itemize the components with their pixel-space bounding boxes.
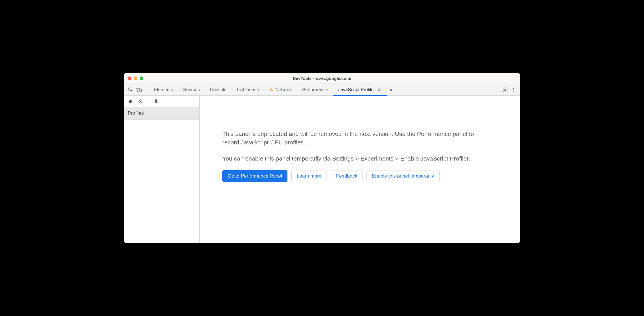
go-to-performance-button[interactable]: Go to Performance Panel: [222, 170, 287, 182]
inspect-element-icon[interactable]: [126, 86, 135, 94]
svg-rect-4: [271, 89, 272, 90]
trash-icon[interactable]: [153, 98, 159, 104]
window-fullscreen-icon[interactable]: [140, 76, 143, 80]
divider: [146, 87, 146, 93]
settings-gear-icon[interactable]: [501, 86, 509, 94]
kebab-menu-icon[interactable]: [509, 86, 518, 94]
tab-label: Console: [210, 87, 227, 92]
svg-point-7: [513, 88, 514, 89]
tab-label: Elements: [154, 87, 173, 92]
svg-rect-3: [140, 89, 141, 91]
tab-label: Performance: [302, 87, 328, 92]
tab-network[interactable]: Network: [264, 84, 297, 95]
divider: [148, 99, 148, 104]
svg-point-10: [129, 100, 132, 103]
traffic-lights: [128, 76, 143, 80]
tab-performance[interactable]: Performance: [297, 84, 333, 95]
sidebar-section-label: Profiles: [128, 110, 144, 116]
window-title: DevTools - www.google.com/: [293, 76, 351, 81]
button-row: Go to Performance Panel Learn more Feedb…: [222, 170, 498, 182]
main-area: Profiles This panel is deprecated and wi…: [124, 96, 520, 243]
svg-rect-1: [136, 88, 140, 91]
sidebar: Profiles: [124, 96, 200, 243]
devtools-window: DevTools - www.google.com/ Elements Sour…: [124, 73, 520, 243]
sidebar-section-profiles[interactable]: Profiles: [124, 107, 199, 120]
svg-rect-14: [154, 100, 158, 100]
svg-point-8: [513, 89, 514, 90]
feedback-button[interactable]: Feedback: [331, 170, 363, 182]
tab-elements[interactable]: Elements: [149, 84, 178, 95]
warning-icon: [269, 87, 274, 92]
tab-label: Lighthouse: [237, 87, 259, 92]
window-minimize-icon[interactable]: [134, 76, 137, 80]
sidebar-toolbar: [124, 96, 199, 107]
svg-line-12: [139, 100, 142, 103]
svg-point-9: [513, 91, 514, 91]
window-close-icon[interactable]: [128, 76, 131, 80]
notice-paragraph-2: You can enable this panel temporarily vi…: [222, 154, 477, 163]
svg-rect-15: [155, 99, 157, 100]
enable-temporarily-button[interactable]: Enable this panel temporarily: [366, 170, 439, 182]
svg-rect-5: [271, 90, 272, 91]
tab-sources[interactable]: Sources: [178, 84, 205, 95]
tab-label: JavaScript Profiler: [338, 87, 375, 92]
tabbar: Elements Sources Console Lighthouse Netw…: [124, 84, 520, 96]
content-area: This panel is deprecated and will be rem…: [200, 96, 520, 243]
tab-label: Sources: [183, 87, 200, 92]
notice-paragraph-1: This panel is deprecated and will be rem…: [222, 130, 477, 147]
block-icon[interactable]: [137, 98, 144, 104]
tab-javascript-profiler[interactable]: JavaScript Profiler ✕: [333, 84, 387, 95]
tab-lighthouse[interactable]: Lighthouse: [232, 84, 264, 95]
tab-label: Network: [275, 87, 292, 92]
more-tabs-icon[interactable]: »: [387, 86, 395, 94]
svg-rect-13: [155, 100, 157, 103]
record-icon[interactable]: [127, 98, 133, 104]
learn-more-button[interactable]: Learn more: [291, 170, 327, 182]
close-icon[interactable]: ✕: [377, 87, 382, 92]
titlebar: DevTools - www.google.com/: [124, 73, 520, 84]
device-toolbar-icon[interactable]: [135, 86, 143, 94]
deprecation-notice: This panel is deprecated and will be rem…: [222, 130, 498, 182]
svg-point-6: [505, 89, 506, 90]
tab-console[interactable]: Console: [205, 84, 232, 95]
